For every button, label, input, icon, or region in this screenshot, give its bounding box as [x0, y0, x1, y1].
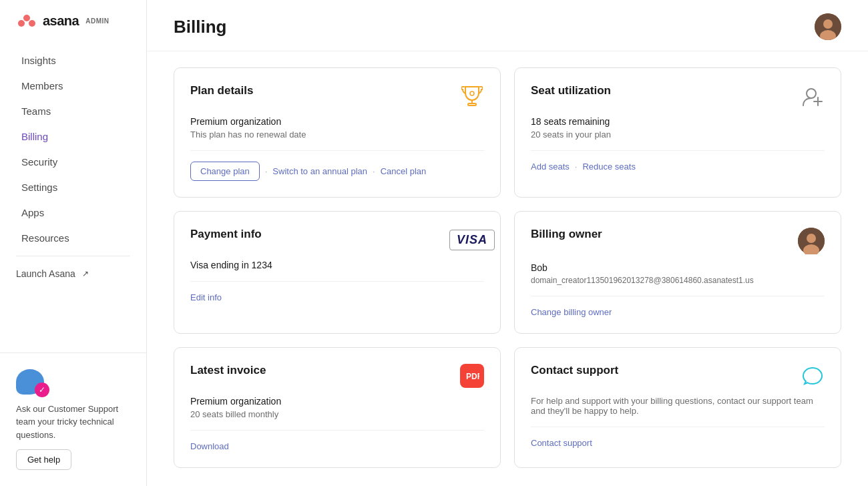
user-add-icon: [801, 84, 825, 108]
plan-renewal: This plan has no renewal date: [190, 130, 484, 140]
logo-text: asana: [43, 13, 79, 29]
plan-details-body: Premium organization This plan has no re…: [190, 116, 484, 140]
contact-support-header: Contact support: [531, 364, 825, 388]
logo-area: asana ADMIN: [0, 0, 146, 42]
billing-owner-title: Billing owner: [531, 228, 602, 241]
user-avatar[interactable]: [815, 13, 841, 40]
plan-details-divider: [190, 150, 484, 151]
support-widget-area: ✓ Ask our Customer Support team your tri…: [0, 352, 146, 487]
svg-rect-7: [468, 103, 476, 105]
sidebar-item-settings[interactable]: Settings: [5, 175, 141, 200]
seat-utilization-card: Seat utilization 18 seats remaining 20 s…: [514, 67, 841, 198]
svg-point-9: [807, 89, 816, 98]
trophy-icon: [460, 84, 484, 108]
support-text: Ask our Customer Support team your trick…: [16, 403, 130, 442]
plan-name: Premium organization: [190, 116, 484, 127]
invoice-description: 20 seats billed monthly: [190, 409, 484, 419]
contact-support-divider: [531, 427, 825, 427]
add-seats-button[interactable]: Add seats: [531, 162, 570, 172]
billing-owner-divider: [531, 296, 825, 296]
billing-owner-email: domain_creator113501962013278@380614860.…: [531, 276, 825, 285]
latest-invoice-title: Latest invoice: [190, 364, 266, 377]
sidebar-item-members[interactable]: Members: [5, 73, 141, 98]
sidebar-item-resources[interactable]: Resources: [5, 226, 141, 250]
svg-point-4: [823, 19, 833, 29]
visa-badge: VISA: [460, 228, 484, 252]
latest-invoice-divider: [190, 430, 484, 431]
seat-utilization-actions: Add seats · Reduce seats: [531, 162, 825, 172]
payment-info-title: Payment info: [190, 228, 262, 241]
support-icons: ✓: [16, 369, 44, 395]
switch-annual-button[interactable]: Switch to an annual plan: [272, 166, 367, 176]
check-bubble-icon: ✓: [35, 383, 49, 397]
main-header: Billing: [147, 0, 868, 51]
billing-owner-avatar: [798, 228, 825, 254]
external-link-icon: ↗: [82, 269, 89, 278]
contact-support-actions: Contact support: [531, 438, 825, 448]
invoice-org-name: Premium organization: [190, 396, 484, 407]
latest-invoice-header: Latest invoice PDF: [190, 364, 484, 388]
chat-support-icon: [801, 364, 825, 388]
card-description: Visa ending in 1234: [190, 260, 484, 270]
main-content: Billing Plan details: [147, 0, 868, 486]
plan-details-card: Plan details Premium organization This p…: [174, 67, 501, 198]
svg-point-1: [23, 15, 30, 21]
svg-point-0: [18, 20, 25, 27]
get-help-button[interactable]: Get help: [16, 449, 71, 470]
latest-invoice-actions: Download: [190, 441, 484, 451]
sidebar-item-insights[interactable]: Insights: [5, 48, 141, 73]
sidebar-item-teams[interactable]: Teams: [5, 99, 141, 124]
svg-point-2: [29, 20, 35, 27]
admin-badge: ADMIN: [85, 17, 109, 25]
sidebar-item-billing[interactable]: Billing: [5, 124, 141, 149]
billing-owner-name: Bob: [531, 262, 825, 273]
svg-point-13: [807, 234, 816, 243]
sidebar: asana ADMIN Insights Members Teams Billi…: [0, 0, 147, 486]
seats-remaining: 18 seats remaining: [531, 116, 825, 127]
billing-owner-card: Billing owner Bob domain_creator11350196…: [514, 211, 841, 334]
svg-point-8: [470, 91, 474, 95]
change-plan-button[interactable]: Change plan: [190, 162, 260, 181]
page-title: Billing: [174, 17, 226, 37]
cancel-plan-button[interactable]: Cancel plan: [381, 166, 427, 176]
payment-info-header: Payment info VISA: [190, 228, 484, 252]
seats-total: 20 seats in your plan: [531, 130, 825, 140]
billing-owner-body: Bob domain_creator113501962013278@380614…: [531, 262, 825, 285]
plan-details-title: Plan details: [190, 84, 253, 97]
payment-info-card: Payment info VISA Visa ending in 1234 Ed…: [174, 211, 501, 334]
contact-support-description: For help and support with your billing q…: [531, 396, 825, 416]
download-invoice-button[interactable]: Download: [190, 441, 229, 451]
sidebar-nav: Insights Members Teams Billing Security …: [0, 42, 146, 352]
sidebar-divider: [16, 256, 130, 256]
billing-owner-actions: Change billing owner: [531, 307, 825, 317]
plan-details-header: Plan details: [190, 84, 484, 108]
seat-utilization-title: Seat utilization: [531, 84, 611, 97]
launch-asana-link[interactable]: Launch Asana ↗: [0, 262, 146, 286]
reduce-seats-button[interactable]: Reduce seats: [582, 162, 636, 172]
support-widget: ✓ Ask our Customer Support team your tri…: [11, 364, 136, 476]
contact-support-card: Contact support For help and support wit…: [514, 347, 841, 468]
contact-support-body: For help and support with your billing q…: [531, 396, 825, 416]
plan-details-actions: Change plan · Switch to an annual plan ·…: [190, 162, 484, 181]
change-billing-owner-button[interactable]: Change billing owner: [531, 307, 612, 317]
svg-text:PDF: PDF: [466, 372, 479, 381]
payment-info-body: Visa ending in 1234: [190, 260, 484, 270]
seat-utilization-divider: [531, 150, 825, 151]
billing-owner-header: Billing owner: [531, 228, 825, 254]
sidebar-item-security[interactable]: Security: [5, 150, 141, 174]
pdf-icon: PDF: [460, 364, 484, 388]
edit-info-button[interactable]: Edit info: [190, 292, 222, 302]
contact-support-title: Contact support: [531, 364, 618, 377]
payment-info-divider: [190, 281, 484, 282]
billing-cards-grid: Plan details Premium organization This p…: [147, 51, 868, 484]
contact-support-button[interactable]: Contact support: [531, 438, 592, 448]
sidebar-item-apps[interactable]: Apps: [5, 200, 141, 225]
asana-logo-icon: [16, 14, 37, 29]
latest-invoice-card: Latest invoice PDF Premium organization …: [174, 347, 501, 468]
seat-utilization-header: Seat utilization: [531, 84, 825, 108]
latest-invoice-body: Premium organization 20 seats billed mon…: [190, 396, 484, 419]
payment-info-actions: Edit info: [190, 292, 484, 302]
seat-utilization-body: 18 seats remaining 20 seats in your plan: [531, 116, 825, 140]
